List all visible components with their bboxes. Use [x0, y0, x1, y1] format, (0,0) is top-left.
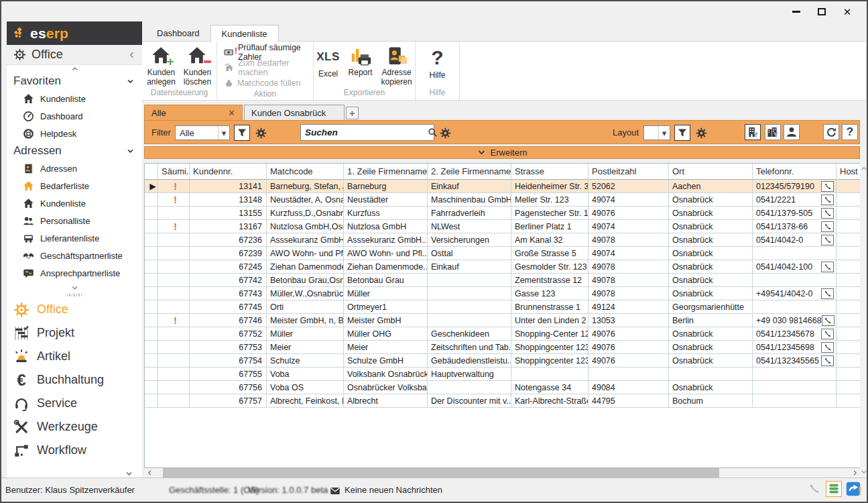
building-filter-button[interactable] [745, 124, 761, 140]
pruelauf-saeumige-zahler-button[interactable]: ! Prüflauf säumige Zahler [224, 46, 308, 58]
dial-phone-button[interactable] [821, 355, 834, 366]
table-row[interactable]: 67245Ziehan Damenmode...Ziehan Damenmode… [145, 260, 860, 274]
table-row[interactable]: !13167Nutzlosa GmbH,Osn...Nutzlosa GmbHN… [145, 220, 860, 233]
dial-phone-button[interactable] [821, 208, 834, 219]
close-button[interactable]: ✕ [840, 5, 855, 17]
table-row[interactable]: 67753MeierMeierZeitschriften und Tab...S… [145, 341, 860, 354]
column-header-0[interactable] [145, 164, 158, 180]
close-tab-icon[interactable]: ✕ [228, 108, 235, 118]
row-selector[interactable] [145, 327, 158, 341]
layout-select[interactable]: ▾ [643, 125, 670, 140]
row-selector[interactable] [145, 274, 158, 287]
column-header-6[interactable]: Strasse [511, 164, 588, 180]
kunden-loeschen-button[interactable]: Kunden löschen [181, 44, 214, 87]
table-row[interactable]: ▶!13141Barneburg, Stefan, A...BarneburgE… [145, 180, 860, 193]
sidebar-group-favoriten[interactable]: Favoriten [7, 72, 142, 90]
scroll-left-icon[interactable] [144, 468, 154, 478]
filter-settings-gear-icon[interactable] [255, 127, 267, 139]
column-header-5[interactable]: 2. Zeile Firmenname [428, 164, 511, 180]
dial-phone-button[interactable] [821, 194, 834, 205]
row-selector[interactable] [145, 300, 158, 314]
scrollbar-thumb[interactable] [163, 468, 719, 478]
module-item-workflow[interactable]: Workflow [7, 439, 142, 462]
refresh-button[interactable] [823, 124, 839, 140]
sidebar-item-dashboard[interactable]: Dashboard [7, 107, 142, 125]
module-header[interactable]: Office [7, 45, 142, 65]
table-row[interactable]: 67743Müller,W.,OsnabrückMüllerGasse 1234… [145, 287, 860, 300]
module-item-office[interactable]: Office [7, 298, 142, 321]
table-row[interactable]: 67756Voba OSOsnabrücker Volksba...Noteng… [145, 381, 860, 394]
table-row[interactable]: 67755VobaVolksbank OsnabrückHauptverwalt… [145, 368, 860, 381]
column-header-7[interactable]: Postleitzahl [588, 164, 669, 180]
dial-phone-button[interactable] [821, 221, 834, 232]
column-header-10[interactable]: Host [836, 164, 860, 180]
collapse-sidebar-icon[interactable] [127, 51, 135, 59]
dial-phone-button[interactable] [821, 181, 834, 192]
search-input[interactable] [301, 125, 428, 140]
table-row[interactable]: 67742Betonbau Grau,Osna...Betonbau GrauZ… [145, 274, 860, 287]
table-row[interactable]: 67754SchulzeSchulze GmbHGebäudedienstlei… [145, 354, 860, 368]
layout-funnel-button[interactable] [674, 125, 690, 141]
module-item-werkzeuge[interactable]: Werkzeuge [7, 415, 142, 439]
row-selector[interactable] [145, 394, 158, 408]
row-selector[interactable] [145, 260, 158, 274]
tab-kundenliste[interactable]: Kundenliste [210, 25, 279, 42]
layout-settings-gear-icon[interactable] [696, 127, 707, 139]
sidebar-item-kundenliste[interactable]: Kundenliste [7, 90, 142, 107]
row-selector[interactable] [145, 368, 158, 381]
column-header-3[interactable]: Matchcode [267, 164, 344, 180]
table-row[interactable]: 67752MüllerMüller OHGGeschenkideenShoppi… [145, 327, 860, 341]
doc-tab-alle[interactable]: Alle ✕ [144, 105, 243, 120]
hilfe-button[interactable]: ? Hilfe [423, 44, 452, 80]
column-header-8[interactable]: Ort [669, 164, 753, 180]
tab-dashboard[interactable]: Dashboard [146, 25, 210, 41]
dial-phone-button[interactable] [822, 315, 834, 326]
row-selector[interactable] [145, 381, 158, 394]
nav-scroll-up[interactable] [7, 65, 142, 72]
sidebar-item-helpdesk[interactable]: Helpdesk [7, 125, 142, 142]
sidebar-item-bedarferliste[interactable]: Bedarferliste [7, 177, 142, 194]
adresse-kopieren-button[interactable]: Adresse kopieren [378, 44, 415, 87]
search-settings-gear-icon[interactable] [440, 127, 451, 139]
sidebar-item-adressen[interactable]: Adressen [7, 160, 142, 177]
module-item-buchhaltung[interactable]: €Buchhaltung [7, 368, 142, 392]
filter-funnel-button[interactable] [234, 125, 250, 141]
excel-button[interactable]: XLS Excel [314, 44, 343, 79]
column-header-9[interactable]: Telefonnr. [753, 164, 836, 180]
row-selector[interactable] [145, 207, 158, 220]
row-selector[interactable] [145, 314, 158, 327]
table-row[interactable]: 67745OrtiOrtmeyer1Brunnenstrasse 149124G… [145, 300, 860, 314]
sidebar-item-kundenliste[interactable]: Kundenliste [7, 194, 142, 212]
nav-splitter[interactable] [7, 292, 142, 298]
row-selector[interactable] [145, 354, 158, 368]
expander-bar[interactable]: Erweitern [144, 146, 860, 159]
module-item-projekt[interactable]: Projekt [7, 321, 142, 345]
add-tab-button[interactable]: + [346, 107, 359, 119]
scroll-right-icon[interactable] [850, 468, 860, 478]
column-header-4[interactable]: 1. Zeile Firmenname [344, 164, 428, 180]
maximize-button[interactable] [814, 5, 829, 17]
sidebar-item-geschäftspartnerliste[interactable]: Geschäftspartnerliste [7, 247, 142, 264]
grid-help-button[interactable]: ? [842, 124, 858, 140]
sidebar-item-ansprechpartnerliste[interactable]: Ansprechpartnerliste [7, 264, 142, 282]
horizontal-scrollbar[interactable] [144, 468, 860, 478]
kunden-anlegen-button[interactable]: + Kunden anlegen [145, 44, 178, 87]
phone-status-button[interactable] [806, 481, 822, 497]
table-row[interactable]: 13155Kurzfuss,D.,OsnabrückKurzfussFahrra… [145, 207, 860, 220]
dial-phone-button[interactable] [821, 235, 834, 245]
minimize-button[interactable] [789, 5, 804, 17]
sidebar-group-adressen[interactable]: Adressen [7, 142, 142, 160]
nav-scroll-down[interactable] [7, 284, 142, 292]
zum-bedarfer-machen-button[interactable]: Zum Bedarfer machen [224, 62, 308, 74]
doc-tab-kunden-osnabrueck[interactable]: Kunden Osnabrück [244, 105, 345, 120]
row-selector[interactable] [145, 247, 158, 260]
database-status-button[interactable] [826, 481, 842, 497]
column-header-1[interactable]: Säumi... [158, 164, 190, 180]
row-selector[interactable] [145, 220, 158, 233]
remote-support-button[interactable]: ! [845, 481, 861, 497]
table-row[interactable]: 67239AWO Wohn- und Pfl...AWO Wohn- und P… [145, 247, 860, 260]
module-item-service[interactable]: Service [7, 392, 142, 415]
sidebar-item-lieferantenliste[interactable]: Lieferantenliste [7, 229, 142, 247]
dial-phone-button[interactable] [821, 288, 834, 299]
row-selector[interactable] [145, 341, 158, 354]
